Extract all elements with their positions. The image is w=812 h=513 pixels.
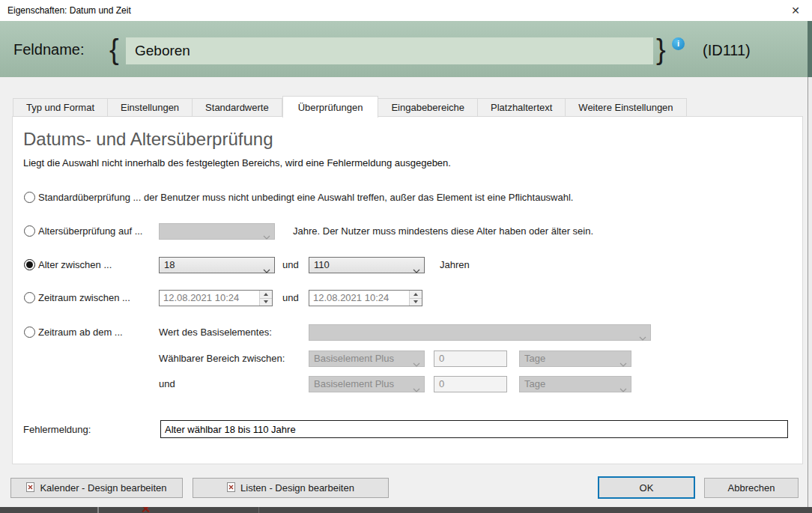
age-to-value: 110	[314, 259, 330, 270]
chevron-down-icon	[263, 229, 270, 244]
radio-altersueberpruefung-auf[interactable]	[24, 225, 35, 237]
option-row-standard: Standardüberprüfung ... der Benutzer mus…	[13, 189, 802, 206]
date-from-value: 12.08.2021 10:24	[163, 292, 239, 303]
date-to-value: 12.08.2021 10:24	[313, 292, 389, 303]
range-from-unit: Tage	[524, 353, 545, 364]
radio-standardueberpruefung[interactable]	[24, 192, 35, 203]
fieldname-label: Feldname:	[13, 41, 85, 58]
lists-design-button[interactable]: Listen - Design bearbeiten	[193, 478, 389, 498]
date-to-spinner[interactable]: 12.08.2021 10:24	[309, 290, 422, 306]
properties-dialog: Eigenschaften: Datum und Zeit ✕ Feldname…	[0, 0, 812, 513]
window-right-margin	[808, 77, 812, 507]
base-element-dropdown	[309, 324, 651, 341]
open-brace: {	[109, 31, 119, 67]
section-heading: Datums- und Altersüberprüfung	[23, 129, 273, 150]
option-row-period-between: Zeitraum zwischen ... 12.08.2021 10:24 u…	[13, 290, 802, 306]
fieldname-input[interactable]: Geboren	[126, 37, 653, 64]
close-brace: }	[656, 31, 666, 67]
range-to-mode-dropdown: Basiselement Plus	[309, 376, 425, 392]
error-message-label: Fehlermeldung:	[23, 422, 91, 438]
option-label: Alter zwischen ...	[38, 257, 112, 273]
range-to-value-field: 0	[434, 376, 507, 392]
info-icon[interactable]: i	[672, 37, 685, 50]
spin-down-icon[interactable]	[260, 299, 272, 306]
spin-up-icon[interactable]	[260, 291, 272, 299]
chevron-down-icon	[619, 356, 627, 371]
error-message-input[interactable]	[160, 420, 788, 438]
divider	[258, 507, 259, 513]
tab-ueberpruefungen[interactable]: Überprüfungen	[282, 96, 379, 118]
option-row-age-between: Alter zwischen ... 18 und 110 Jahren	[13, 257, 802, 273]
spin-up-icon[interactable]	[410, 291, 422, 299]
background-app-strip: ✕	[0, 507, 812, 513]
range-row-to: und Basiselement Plus 0 Tage	[13, 376, 802, 392]
range-to-unit-dropdown: Tage	[519, 376, 631, 392]
background-logo-icon: ✕	[141, 507, 151, 513]
window-title: Eigenschaften: Datum und Zeit	[7, 5, 131, 16]
range-from-mode-dropdown: Basiselement Plus	[309, 350, 425, 367]
range-to-mode: Basiselement Plus	[314, 378, 394, 389]
chevron-down-icon	[639, 330, 646, 345]
radio-zeitraum-zwischen[interactable]	[24, 292, 35, 303]
base-element-label: Wert des Basiselementes:	[159, 324, 272, 341]
option-suffix: Jahren	[440, 257, 470, 273]
chevron-down-icon	[413, 382, 420, 397]
tab-typ-und-format[interactable]: Typ und Format	[13, 98, 108, 117]
age-min-dropdown	[159, 223, 275, 240]
tab-eingabebereiche[interactable]: Eingabebereiche	[378, 98, 478, 117]
document-icon	[26, 482, 34, 494]
range-row-from: Wählbarer Bereich zwischen: Basiselement…	[13, 350, 802, 367]
titlebar: Eigenschaften: Datum und Zeit ✕	[0, 0, 812, 21]
close-icon[interactable]: ✕	[785, 2, 806, 19]
option-suffix: Jahre. Der Nutzer muss mindestens diese …	[293, 223, 593, 240]
conjunction-label: und	[282, 290, 299, 306]
conjunction-label: und	[159, 376, 175, 392]
option-row-period-from: Zeitraum ab dem ... Wert des Basiselemen…	[13, 324, 802, 341]
range-from-unit-dropdown: Tage	[519, 350, 631, 367]
range-from-value-field: 0	[434, 350, 507, 367]
document-icon	[227, 482, 235, 494]
button-label: Listen - Design bearbeiten	[240, 482, 354, 494]
conjunction-label: und	[282, 257, 299, 273]
age-from-dropdown[interactable]: 18	[159, 257, 275, 273]
range-to-unit: Tage	[524, 378, 545, 389]
button-label: OK	[640, 482, 654, 494]
radio-alter-zwischen[interactable]	[24, 259, 35, 270]
tab-bar: Typ und Format Einstellungen Standardwer…	[13, 95, 687, 117]
chevron-down-icon	[263, 263, 270, 278]
error-message-row: Fehlermeldung:	[13, 422, 802, 438]
tab-standardwerte[interactable]: Standardwerte	[193, 98, 282, 117]
spin-down-icon[interactable]	[410, 299, 422, 306]
option-label: Zeitraum ab dem ...	[38, 324, 123, 341]
tab-content-panel: Datums- und Altersüberprüfung Liegt die …	[12, 116, 803, 464]
tab-platzhaltertext[interactable]: Platzhaltertext	[478, 98, 566, 117]
field-header: Feldname: { Geboren } i (ID111)	[0, 21, 808, 77]
tab-weitere-einstellungen[interactable]: Weitere Einstellungen	[566, 98, 686, 117]
option-label: Zeitraum zwischen ...	[38, 290, 130, 306]
button-label: Kalender - Design bearbeiten	[40, 482, 166, 494]
option-label: Standardüberprüfung ... der Benutzer mus…	[38, 189, 573, 206]
age-to-dropdown[interactable]: 110	[309, 257, 425, 273]
chevron-down-icon	[413, 263, 420, 278]
radio-zeitraum-ab-dem[interactable]	[24, 327, 35, 338]
date-from-spinner[interactable]: 12.08.2021 10:24	[159, 290, 273, 306]
range-label: Wählbarer Bereich zwischen:	[159, 350, 285, 367]
divider	[97, 507, 99, 513]
button-label: Abbrechen	[728, 482, 775, 494]
tab-einstellungen[interactable]: Einstellungen	[108, 98, 193, 117]
option-row-age-min: Altersüberprüfung auf ... Jahre. Der Nut…	[13, 223, 802, 240]
calendar-design-button[interactable]: Kalender - Design bearbeiten	[10, 478, 183, 498]
age-from-value: 18	[164, 259, 175, 270]
field-id: (ID111)	[703, 42, 751, 59]
window-edge-header	[808, 21, 812, 77]
option-label: Altersüberprüfung auf ...	[38, 223, 142, 240]
chevron-down-icon	[619, 382, 627, 397]
cancel-button[interactable]: Abbrechen	[704, 478, 799, 498]
range-from-mode: Basiselement Plus	[314, 353, 394, 364]
chevron-down-icon	[413, 356, 420, 371]
section-description: Liegt die Auswahl nicht innerhalb des fe…	[23, 157, 451, 169]
ok-button[interactable]: OK	[598, 476, 695, 499]
